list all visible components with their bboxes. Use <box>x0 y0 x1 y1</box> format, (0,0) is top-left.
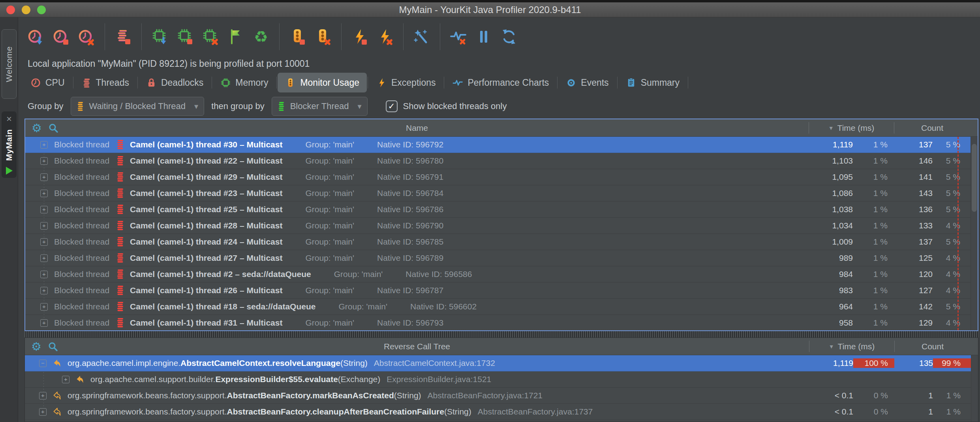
pause-icon[interactable] <box>473 25 494 49</box>
time-value: 964 <box>809 302 853 311</box>
close-button[interactable] <box>6 6 15 14</box>
column-header-count[interactable]: Count <box>894 119 971 136</box>
scrollbar-thumb[interactable] <box>972 144 977 212</box>
expand-icon[interactable] <box>40 141 48 149</box>
expand-icon[interactable] <box>40 222 48 230</box>
start-allocation-recording-icon[interactable] <box>149 25 171 49</box>
expand-icon[interactable] <box>39 408 47 416</box>
start-cpu-profiling-icon[interactable] <box>25 25 47 49</box>
inspections-wand-icon[interactable] <box>411 25 432 49</box>
table-row[interactable]: Blocked thread Camel (camel-1) thread #1… <box>25 299 971 315</box>
expand-icon[interactable] <box>62 376 69 383</box>
stop-exception-profiling-icon[interactable] <box>349 25 370 49</box>
panel-splitter[interactable] <box>24 331 978 337</box>
sidebar-tab-mymain[interactable]: × MyMain <box>2 111 17 178</box>
table-row[interactable]: Blocked thread Camel (camel-1) thread #2… <box>25 234 971 250</box>
call-tree-row[interactable]: org.apache.camel.support.builder.Express… <box>25 371 971 388</box>
sidebar-tab-welcome[interactable]: Welcome <box>2 29 17 99</box>
tab-performance-charts[interactable]: Performance Charts <box>445 73 556 92</box>
call-tree-row[interactable]: org.apache.camel.impl.engine.AbstractCam… <box>25 355 971 371</box>
expand-icon[interactable] <box>40 303 48 311</box>
show-blocked-only-option[interactable]: Show blocked threads only <box>386 100 507 112</box>
tab-label: Deadlocks <box>161 77 203 88</box>
table-row[interactable]: Blocked thread Camel (camel-1) thread #2… <box>25 266 971 283</box>
call-tree-row[interactable]: org.springframework.beans.factory.suppor… <box>25 404 971 420</box>
tab-exceptions[interactable]: Exceptions <box>369 73 443 92</box>
call-tree-header[interactable]: Reverse Call Tree Time (ms) Count <box>25 338 978 355</box>
clear-monitor-results-icon[interactable] <box>312 25 334 49</box>
tab-events[interactable]: Events <box>558 73 616 92</box>
then-group-by-dropdown[interactable]: Blocker Thread <box>272 97 368 116</box>
zoom-button[interactable] <box>37 6 46 14</box>
tab-deadlocks[interactable]: Deadlocks <box>139 73 211 92</box>
expand-icon[interactable] <box>40 206 48 213</box>
close-session-icon[interactable]: × <box>6 115 12 123</box>
time-percent: 100 % <box>853 358 894 368</box>
column-header-call-tree[interactable]: Reverse Call Tree <box>25 342 809 351</box>
tab-monitor-usage[interactable]: Monitor Usage <box>278 73 367 92</box>
count-value: 1 <box>894 407 933 416</box>
chevron-down-icon <box>357 102 361 111</box>
time-percent: 1 % <box>853 221 894 230</box>
time-percent: 1 % <box>853 286 894 295</box>
expand-icon[interactable] <box>40 190 48 197</box>
table-settings-gear-icon[interactable] <box>31 341 41 352</box>
running-play-icon <box>6 167 13 175</box>
thread-native-id: Native ID: 596792 <box>377 140 443 149</box>
table-row[interactable]: Blocked thread Camel (camel-1) thread #3… <box>25 137 971 153</box>
expand-icon[interactable] <box>40 319 48 327</box>
callback-arrow-icon <box>53 359 62 367</box>
table-row[interactable]: Blocked thread Camel (camel-1) thread #2… <box>25 283 971 299</box>
group-by-dropdown[interactable]: Waiting / Blocked Thread <box>71 97 205 116</box>
vertical-scrollbar[interactable] <box>971 355 978 422</box>
title-bar[interactable]: MyMain - YourKit Java Profiler 2020.9-b4… <box>0 2 980 17</box>
column-header-time[interactable]: Time (ms) <box>809 119 894 136</box>
table-row[interactable]: Blocked thread Camel (camel-1) thread #2… <box>25 185 971 202</box>
expand-icon[interactable] <box>40 173 48 181</box>
vertical-scrollbar[interactable] <box>971 137 978 330</box>
mark-generation-flag-icon[interactable] <box>225 25 246 49</box>
table-row[interactable]: Blocked thread Camel (camel-1) thread #2… <box>25 202 971 218</box>
tab-threads[interactable]: Threads <box>74 73 137 92</box>
table-row[interactable]: Blocked thread Camel (camel-1) thread #2… <box>25 169 971 185</box>
tab-cpu[interactable]: CPU <box>23 73 72 92</box>
table-row[interactable]: Blocked thread Camel (camel-1) thread #2… <box>25 250 971 266</box>
clear-allocation-results-icon[interactable] <box>200 25 221 49</box>
expand-icon[interactable] <box>40 271 48 278</box>
search-icon[interactable] <box>48 341 58 352</box>
column-header-time[interactable]: Time (ms) <box>809 338 894 355</box>
expand-icon[interactable] <box>40 238 48 246</box>
tab-memory[interactable]: Memory <box>213 73 276 92</box>
blocked-thread-icon <box>116 269 124 280</box>
time-percent: 1 % <box>853 302 894 311</box>
stop-monitor-profiling-icon[interactable] <box>287 25 308 49</box>
table-settings-gear-icon[interactable] <box>32 122 42 134</box>
expand-icon[interactable] <box>39 392 47 399</box>
minimize-button[interactable] <box>22 6 30 14</box>
table-row[interactable]: Blocked thread Camel (camel-1) thread #2… <box>25 153 971 169</box>
method-args: (String) <box>340 358 368 368</box>
clear-cpu-results-icon[interactable] <box>76 25 97 49</box>
stop-cpu-profiling-icon[interactable] <box>51 25 72 49</box>
stop-thread-telemetry-icon[interactable] <box>113 25 134 49</box>
thread-group: Group: 'main' <box>305 253 354 263</box>
column-header-name[interactable]: Name <box>25 123 809 133</box>
count-value: 136 <box>894 205 933 214</box>
call-tree-row[interactable]: org.springframework.beans.factory.suppor… <box>25 388 971 404</box>
force-gc-icon[interactable]: ♻ <box>250 25 272 49</box>
expand-icon[interactable] <box>40 254 48 262</box>
column-header-count[interactable]: Count <box>894 338 971 355</box>
search-icon[interactable] <box>48 123 58 133</box>
clear-telemetry-icon[interactable] <box>448 25 469 49</box>
expand-icon[interactable] <box>40 157 48 165</box>
table-row[interactable]: Blocked thread Camel (camel-1) thread #2… <box>25 218 971 234</box>
threads-table-header[interactable]: Name Time (ms) Count <box>25 119 978 137</box>
clear-exception-results-icon[interactable] <box>374 25 396 49</box>
show-blocked-only-checkbox[interactable] <box>386 100 398 112</box>
stop-allocation-recording-icon[interactable] <box>175 25 196 49</box>
tab-summary[interactable]: Summary <box>618 73 687 92</box>
expand-icon[interactable] <box>40 287 48 294</box>
table-row[interactable]: Blocked thread Camel (camel-1) thread #3… <box>25 315 971 330</box>
refresh-icon[interactable] <box>498 25 520 49</box>
expand-icon[interactable] <box>39 360 47 367</box>
